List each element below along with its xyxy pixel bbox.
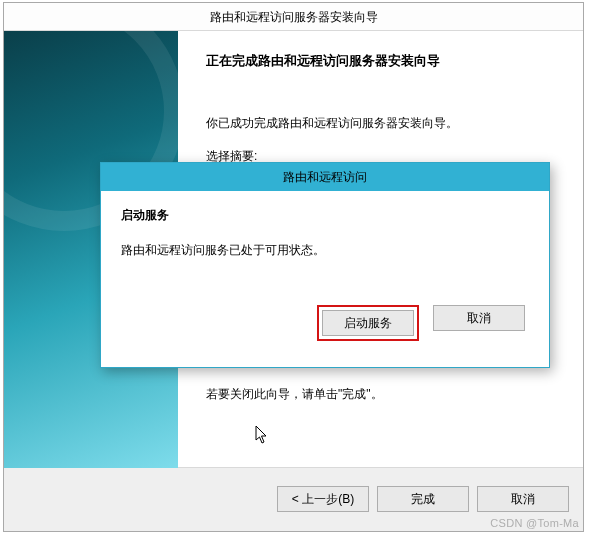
back-button[interactable]: < 上一步(B) <box>277 486 369 512</box>
modal-title: 路由和远程访问 <box>101 163 549 191</box>
wizard-close-hint: 若要关闭此向导，请单击"完成"。 <box>206 385 565 404</box>
modal-footer: 启动服务 取消 <box>121 305 529 341</box>
modal-heading: 启动服务 <box>121 207 529 224</box>
wizard-title: 路由和远程访问服务器安装向导 <box>4 3 583 31</box>
watermark: CSDN @Tom-Ma <box>490 517 579 529</box>
wizard-done-msg: 你已成功完成路由和远程访问服务器安装向导。 <box>206 114 565 133</box>
start-service-highlight: 启动服务 <box>317 305 419 341</box>
wizard-cancel-button[interactable]: 取消 <box>477 486 569 512</box>
finish-button[interactable]: 完成 <box>377 486 469 512</box>
wizard-heading: 正在完成路由和远程访问服务器安装向导 <box>206 51 565 72</box>
modal-dialog: 路由和远程访问 启动服务 路由和远程访问服务已处于可用状态。 启动服务 取消 <box>100 162 550 368</box>
start-service-button[interactable]: 启动服务 <box>322 310 414 336</box>
modal-body: 启动服务 路由和远程访问服务已处于可用状态。 启动服务 取消 <box>101 191 549 341</box>
modal-cancel-button[interactable]: 取消 <box>433 305 525 331</box>
modal-msg: 路由和远程访问服务已处于可用状态。 <box>121 242 529 259</box>
